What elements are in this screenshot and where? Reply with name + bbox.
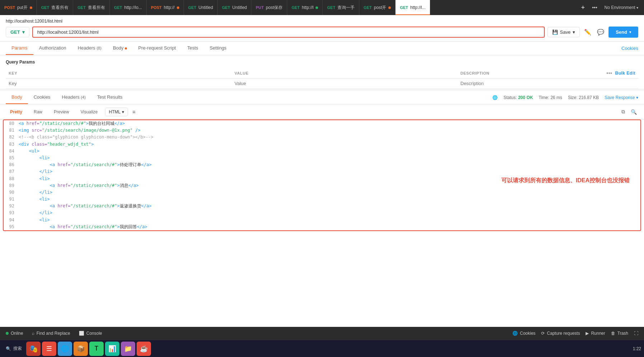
tab-pre-request[interactable]: Pre-request Script <box>133 42 182 55</box>
tab-body[interactable]: Body <box>107 42 133 55</box>
tab-method: GET <box>41 5 49 10</box>
tab-get-untitled-1[interactable]: GET Untitled <box>184 0 218 15</box>
resp-tab-test-results[interactable]: Test Results <box>91 91 128 104</box>
description-input[interactable] <box>460 81 635 86</box>
more-tabs-button[interactable]: ••• <box>589 3 600 12</box>
tab-status-dot <box>30 6 32 9</box>
find-replace-button[interactable]: ⌕ Find and Replace <box>32 331 70 336</box>
tab-get-post-open[interactable]: GET post开 <box>359 0 396 15</box>
comment-button[interactable]: 💬 <box>596 27 606 37</box>
tab-get-1[interactable]: GET 查看所有 <box>37 0 74 15</box>
add-tab-button[interactable]: + <box>578 3 588 13</box>
console-button[interactable]: ⬜ Console <box>79 331 102 336</box>
taskbar-app-1[interactable]: 🎭 <box>26 342 41 356</box>
app-icon-4: 📦 <box>77 345 85 353</box>
cookies-button[interactable]: 🌐 Cookies <box>512 331 535 336</box>
system-time: 1:22 <box>633 346 641 351</box>
format-type-label: HTML <box>109 109 121 114</box>
taskbar-app-2[interactable]: ☰ <box>42 342 56 356</box>
fmt-tab-visualize[interactable]: Visualize <box>76 108 102 116</box>
taskbar-app-7[interactable]: 📁 <box>121 342 135 356</box>
fmt-tab-preview[interactable]: Preview <box>49 108 74 116</box>
tab-get-http-1[interactable]: GET http://lo... <box>110 0 147 15</box>
tab-get-untitled-2[interactable]: GET Untitled <box>218 0 251 15</box>
tab-params[interactable]: Params <box>6 42 33 55</box>
indent-icon[interactable]: ≡ <box>131 108 137 116</box>
taskbar-search[interactable]: 🔍 搜索 <box>3 346 25 352</box>
chevron-down-icon: ▾ <box>22 29 25 35</box>
code-line-80: 80 <a href="/static/search/#">我的台社同城</a> <box>4 120 640 127</box>
tab-get-http-active[interactable]: GET http://l... <box>396 0 430 15</box>
save-icon: 💾 <box>552 29 558 35</box>
resp-tab-cookies[interactable]: Cookies <box>28 91 56 104</box>
tab-headers[interactable]: Headers (8) <box>72 42 107 55</box>
bulk-edit-button[interactable]: Bulk Edit <box>615 71 635 76</box>
response-status: 🌐 Status: 200 OK Time: 26 ms Size: 216.8… <box>492 95 638 100</box>
search-icon: 🔍 <box>6 346 11 351</box>
tab-put-post[interactable]: PUT post保存 <box>251 0 287 15</box>
environment-selector[interactable]: No Environment ▾ <box>602 4 641 11</box>
value-column-header: VALUE <box>232 68 458 79</box>
more-options-button[interactable]: ••• <box>606 70 612 76</box>
send-button[interactable]: Send ▾ <box>609 27 638 38</box>
taskbar-app-3[interactable]: 🌐 <box>58 342 72 356</box>
resp-tab-headers[interactable]: Headers (4) <box>56 91 91 104</box>
code-line-93: 93 </li> <box>4 210 640 216</box>
key-input[interactable] <box>9 81 229 86</box>
tab-label: Untitled <box>198 5 213 10</box>
globe-icon[interactable]: 🌐 <box>492 95 498 100</box>
tab-label: http://l... <box>410 5 426 10</box>
expand-button[interactable]: ⛶ <box>634 331 638 336</box>
fmt-tab-pretty[interactable]: Pretty <box>6 108 27 116</box>
url-input[interactable]: http://localhost:12001/list.html <box>32 27 545 38</box>
trash-button[interactable]: 🗑 Trash <box>611 331 628 336</box>
save-button[interactable]: 💾 Save ▾ <box>548 27 580 37</box>
tab-method: POST <box>151 5 162 10</box>
tab-get-http-dot[interactable]: GET http://l <box>287 0 323 15</box>
tab-post-http[interactable]: POST http:// <box>147 0 184 15</box>
app-icon-7: 📁 <box>124 345 132 353</box>
app-icon-5: T <box>95 345 99 352</box>
copy-icon[interactable]: ⧉ <box>620 107 626 116</box>
params-row <box>6 79 638 89</box>
edit-button[interactable]: ✏️ <box>583 27 593 37</box>
taskbar-app-4[interactable]: 📦 <box>74 342 88 356</box>
format-type-selector[interactable]: HTML ▾ <box>105 108 128 116</box>
cookies-link[interactable]: Cookies <box>621 46 638 51</box>
tab-label: 查看所有 <box>51 5 68 11</box>
value-input[interactable] <box>235 81 455 86</box>
tab-method: PUT <box>256 5 264 10</box>
tab-label: 查询一手 <box>337 5 355 11</box>
save-response-button[interactable]: Save Response ▾ <box>605 95 638 100</box>
status-ok: 200 OK <box>518 95 533 100</box>
code-area[interactable]: 80 <a href="/static/search/#">我的台社同城</a>… <box>0 119 644 327</box>
tab-authorization[interactable]: Authorization <box>33 42 72 55</box>
tab-get-2[interactable]: GET 查看所有 <box>73 0 110 15</box>
tab-get-search[interactable]: GET 查询一手 <box>323 0 359 15</box>
runner-button[interactable]: ▶ Runner <box>586 331 605 336</box>
code-line-94: 94 <li> <box>4 217 640 224</box>
tab-tests[interactable]: Tests <box>181 42 204 55</box>
taskbar-app-6[interactable]: 📊 <box>105 342 119 356</box>
fmt-tab-raw[interactable]: Raw <box>29 108 47 116</box>
capture-requests-button[interactable]: ⟳ Capture requests <box>541 331 580 336</box>
app-icon-8: ☕ <box>140 345 148 353</box>
tab-settings[interactable]: Settings <box>204 42 232 55</box>
resp-tab-body[interactable]: Body <box>6 91 28 104</box>
taskbar-app-5[interactable]: T <box>89 342 104 356</box>
method-label: GET <box>10 29 20 35</box>
tab-method: GET <box>77 5 86 10</box>
method-selector[interactable]: GET ▾ <box>6 27 29 37</box>
url-bar: GET ▾ http://localhost:12001/list.html 💾… <box>6 27 638 38</box>
format-bar: Pretty Raw Preview Visualize HTML ▾ ≡ ⧉ … <box>0 104 644 119</box>
code-border: 80 <a href="/static/search/#">我的台社同城</a>… <box>3 119 641 231</box>
cookies-icon: 🌐 <box>512 331 518 336</box>
tab-status-dot <box>316 6 318 9</box>
taskbar-app-8[interactable]: ☕ <box>137 342 151 356</box>
search-icon[interactable]: 🔍 <box>629 108 638 116</box>
tab-post-put[interactable]: POST put开 <box>0 0 37 15</box>
tab-method: POST <box>4 5 15 10</box>
code-line-81: 81 <img src="/static/search/image/down-@… <box>4 127 640 134</box>
tab-status-dot <box>388 6 391 9</box>
code-line-86: 86 <a href="/static/search/#">待处理订单</a> <box>4 161 640 168</box>
